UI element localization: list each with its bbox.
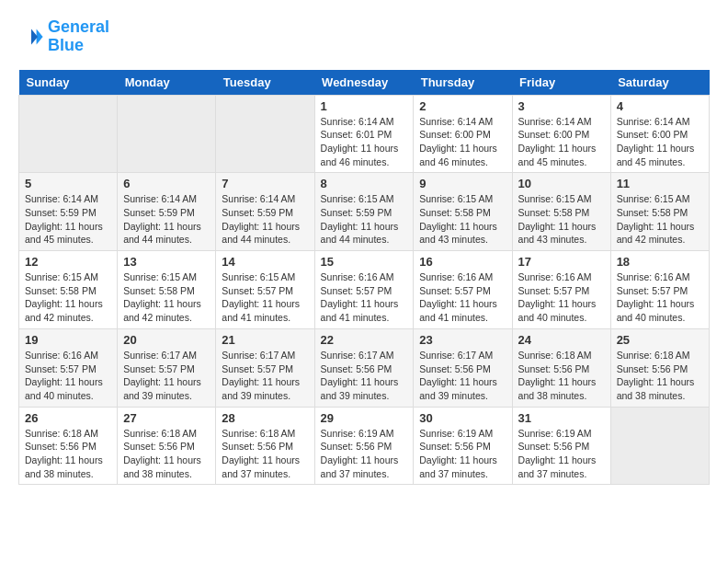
day-info: Sunrise: 6:15 AM Sunset: 5:58 PM Dayligh… [123, 270, 210, 325]
day-number: 29 [321, 411, 408, 425]
day-info: Sunrise: 6:15 AM Sunset: 5:58 PM Dayligh… [25, 270, 111, 325]
day-info: Sunrise: 6:19 AM Sunset: 5:56 PM Dayligh… [419, 427, 506, 481]
calendar-cell: 5Sunrise: 6:14 AM Sunset: 5:59 PM Daylig… [19, 173, 118, 251]
day-info: Sunrise: 6:14 AM Sunset: 5:59 PM Dayligh… [222, 192, 308, 247]
calendar-cell: 20Sunrise: 6:17 AM Sunset: 5:57 PM Dayli… [118, 328, 216, 407]
logo-text: General Blue [48, 18, 109, 55]
calendar-cell: 7Sunrise: 6:14 AM Sunset: 5:59 PM Daylig… [216, 173, 314, 251]
day-number: 31 [518, 411, 605, 425]
calendar-cell: 4Sunrise: 6:14 AM Sunset: 6:00 PM Daylig… [610, 95, 709, 173]
day-number: 14 [222, 255, 308, 269]
week-row-2: 12Sunrise: 6:15 AM Sunset: 5:58 PM Dayli… [19, 251, 710, 329]
day-number: 12 [25, 255, 111, 269]
day-info: Sunrise: 6:14 AM Sunset: 6:00 PM Dayligh… [419, 115, 506, 169]
calendar-cell: 19Sunrise: 6:16 AM Sunset: 5:57 PM Dayli… [19, 328, 118, 407]
calendar-cell [216, 95, 314, 173]
calendar-cell: 18Sunrise: 6:16 AM Sunset: 5:57 PM Dayli… [610, 251, 709, 329]
calendar-cell: 23Sunrise: 6:17 AM Sunset: 5:56 PM Dayli… [414, 328, 512, 407]
logo: General Blue [18, 18, 109, 55]
day-info: Sunrise: 6:18 AM Sunset: 5:56 PM Dayligh… [222, 427, 308, 481]
calendar-cell: 22Sunrise: 6:17 AM Sunset: 5:56 PM Dayli… [314, 328, 414, 407]
day-header-monday: Monday [118, 70, 216, 96]
calendar-cell [118, 95, 216, 173]
week-row-1: 5Sunrise: 6:14 AM Sunset: 5:59 PM Daylig… [19, 173, 710, 251]
day-info: Sunrise: 6:16 AM Sunset: 5:57 PM Dayligh… [518, 270, 605, 325]
logo-icon [18, 24, 44, 50]
day-info: Sunrise: 6:18 AM Sunset: 5:56 PM Dayligh… [123, 427, 210, 481]
day-number: 16 [419, 255, 506, 269]
calendar-cell [610, 407, 709, 485]
week-row-0: 1Sunrise: 6:14 AM Sunset: 6:01 PM Daylig… [19, 95, 710, 173]
calendar-cell: 27Sunrise: 6:18 AM Sunset: 5:56 PM Dayli… [118, 407, 216, 485]
calendar-table: SundayMondayTuesdayWednesdayThursdayFrid… [18, 70, 710, 486]
calendar-cell: 14Sunrise: 6:15 AM Sunset: 5:57 PM Dayli… [216, 251, 314, 329]
calendar-cell: 28Sunrise: 6:18 AM Sunset: 5:56 PM Dayli… [216, 407, 314, 485]
calendar-cell: 26Sunrise: 6:18 AM Sunset: 5:56 PM Dayli… [19, 407, 118, 485]
day-header-friday: Friday [512, 70, 610, 96]
day-info: Sunrise: 6:18 AM Sunset: 5:56 PM Dayligh… [617, 349, 703, 403]
day-number: 15 [321, 255, 408, 269]
day-number: 7 [222, 177, 308, 190]
calendar-cell: 16Sunrise: 6:16 AM Sunset: 5:57 PM Dayli… [414, 251, 512, 329]
day-info: Sunrise: 6:16 AM Sunset: 5:57 PM Dayligh… [617, 270, 703, 325]
day-number: 13 [123, 255, 210, 269]
day-number: 19 [25, 333, 111, 347]
day-info: Sunrise: 6:15 AM Sunset: 5:58 PM Dayligh… [419, 192, 506, 247]
day-number: 21 [222, 333, 308, 347]
calendar-cell: 25Sunrise: 6:18 AM Sunset: 5:56 PM Dayli… [610, 328, 709, 407]
day-header-tuesday: Tuesday [216, 70, 314, 96]
day-info: Sunrise: 6:16 AM Sunset: 5:57 PM Dayligh… [25, 349, 111, 403]
day-info: Sunrise: 6:15 AM Sunset: 5:59 PM Dayligh… [321, 192, 408, 247]
day-header-sunday: Sunday [19, 70, 118, 96]
page-header: General Blue [18, 18, 710, 55]
calendar-cell: 6Sunrise: 6:14 AM Sunset: 5:59 PM Daylig… [118, 173, 216, 251]
calendar-cell: 9Sunrise: 6:15 AM Sunset: 5:58 PM Daylig… [414, 173, 512, 251]
calendar-cell: 30Sunrise: 6:19 AM Sunset: 5:56 PM Dayli… [414, 407, 512, 485]
calendar-cell: 24Sunrise: 6:18 AM Sunset: 5:56 PM Dayli… [512, 328, 610, 407]
day-number: 27 [123, 411, 210, 425]
day-header-wednesday: Wednesday [314, 70, 414, 96]
day-info: Sunrise: 6:18 AM Sunset: 5:56 PM Dayligh… [518, 349, 605, 403]
calendar-cell [19, 95, 118, 173]
day-number: 24 [518, 333, 605, 347]
calendar-cell: 3Sunrise: 6:14 AM Sunset: 6:00 PM Daylig… [512, 95, 610, 173]
day-info: Sunrise: 6:17 AM Sunset: 5:57 PM Dayligh… [123, 349, 210, 403]
day-info: Sunrise: 6:14 AM Sunset: 6:00 PM Dayligh… [617, 115, 703, 169]
day-number: 1 [321, 99, 408, 113]
day-number: 4 [617, 99, 703, 113]
day-number: 11 [617, 177, 703, 190]
day-info: Sunrise: 6:15 AM Sunset: 5:58 PM Dayligh… [518, 192, 605, 247]
day-info: Sunrise: 6:18 AM Sunset: 5:56 PM Dayligh… [25, 427, 111, 481]
day-number: 25 [617, 333, 703, 347]
day-info: Sunrise: 6:16 AM Sunset: 5:57 PM Dayligh… [321, 270, 408, 325]
calendar-cell: 17Sunrise: 6:16 AM Sunset: 5:57 PM Dayli… [512, 251, 610, 329]
calendar-cell: 21Sunrise: 6:17 AM Sunset: 5:57 PM Dayli… [216, 328, 314, 407]
calendar-cell: 2Sunrise: 6:14 AM Sunset: 6:00 PM Daylig… [414, 95, 512, 173]
week-row-3: 19Sunrise: 6:16 AM Sunset: 5:57 PM Dayli… [19, 328, 710, 407]
day-number: 6 [123, 177, 210, 190]
day-info: Sunrise: 6:15 AM Sunset: 5:58 PM Dayligh… [617, 192, 703, 247]
day-number: 5 [25, 177, 111, 190]
calendar-cell: 11Sunrise: 6:15 AM Sunset: 5:58 PM Dayli… [610, 173, 709, 251]
day-info: Sunrise: 6:14 AM Sunset: 5:59 PM Dayligh… [123, 192, 210, 247]
day-info: Sunrise: 6:15 AM Sunset: 5:57 PM Dayligh… [222, 270, 308, 325]
day-number: 9 [419, 177, 506, 190]
calendar-cell: 10Sunrise: 6:15 AM Sunset: 5:58 PM Dayli… [512, 173, 610, 251]
day-info: Sunrise: 6:14 AM Sunset: 6:01 PM Dayligh… [321, 115, 408, 169]
day-number: 10 [518, 177, 605, 190]
calendar-cell: 1Sunrise: 6:14 AM Sunset: 6:01 PM Daylig… [314, 95, 414, 173]
calendar-cell: 8Sunrise: 6:15 AM Sunset: 5:59 PM Daylig… [314, 173, 414, 251]
day-number: 8 [321, 177, 408, 190]
day-header-saturday: Saturday [610, 70, 709, 96]
day-number: 18 [617, 255, 703, 269]
day-info: Sunrise: 6:14 AM Sunset: 5:59 PM Dayligh… [25, 192, 111, 247]
day-number: 22 [321, 333, 408, 347]
day-info: Sunrise: 6:16 AM Sunset: 5:57 PM Dayligh… [419, 270, 506, 325]
calendar-header-row: SundayMondayTuesdayWednesdayThursdayFrid… [19, 70, 710, 96]
day-number: 17 [518, 255, 605, 269]
day-info: Sunrise: 6:19 AM Sunset: 5:56 PM Dayligh… [321, 427, 408, 481]
calendar-cell: 15Sunrise: 6:16 AM Sunset: 5:57 PM Dayli… [314, 251, 414, 329]
day-number: 28 [222, 411, 308, 425]
calendar-cell: 13Sunrise: 6:15 AM Sunset: 5:58 PM Dayli… [118, 251, 216, 329]
calendar-cell: 31Sunrise: 6:19 AM Sunset: 5:56 PM Dayli… [512, 407, 610, 485]
